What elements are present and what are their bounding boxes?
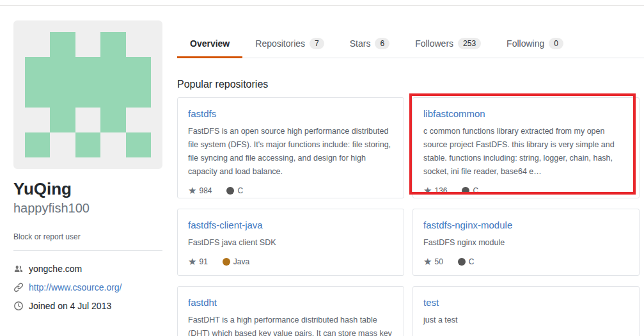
star-count: 50 bbox=[434, 257, 443, 266]
repo-link-fastdht[interactable]: fastdht bbox=[188, 297, 217, 308]
following-count-badge: 0 bbox=[549, 38, 563, 49]
language-label: C bbox=[473, 186, 478, 195]
tab-followers[interactable]: Followers 253 bbox=[402, 31, 494, 58]
repo-card-fastdfs-nginx-module: fastdfs-nginx-module FastDFS nginx modul… bbox=[412, 209, 640, 276]
repo-description: FastDFS java client SDK bbox=[188, 236, 393, 250]
repo-grid: fastdfs FastDFS is an open source high p… bbox=[177, 97, 644, 336]
tab-following[interactable]: Following 0 bbox=[494, 31, 576, 58]
profile-avatar[interactable] bbox=[13, 20, 162, 169]
website-link[interactable]: http://www.csource.org/ bbox=[29, 282, 122, 292]
profile-username: happyfish100 bbox=[13, 201, 162, 216]
star-count: 91 bbox=[199, 257, 207, 266]
repo-meta: ★ 136 C bbox=[423, 186, 629, 195]
repo-card-fastdht: fastdht FastDHT is a high performance di… bbox=[177, 286, 404, 336]
joined-row: Joined on 4 Jul 2013 bbox=[13, 301, 162, 311]
repositories-count-badge: 7 bbox=[310, 38, 324, 49]
repo-description: c common functions library extracted fro… bbox=[423, 125, 629, 179]
identicon-image bbox=[25, 32, 151, 157]
block-or-report-link[interactable]: Block or report user bbox=[13, 232, 162, 241]
language-dot bbox=[226, 187, 234, 195]
repo-link-fastdfs-client-java[interactable]: fastdfs-client-java bbox=[188, 220, 263, 230]
profile-sidebar: YuQing happyfish100 Block or report user… bbox=[13, 20, 162, 319]
organization-icon bbox=[13, 264, 24, 274]
language-label: C bbox=[469, 257, 475, 266]
language-label: C bbox=[237, 186, 243, 195]
tab-stars[interactable]: Stars 6 bbox=[337, 31, 402, 58]
repo-description: FastDFS nginx module bbox=[423, 236, 629, 250]
clock-icon bbox=[13, 301, 24, 311]
repo-description: FastDFS is an open source high performan… bbox=[188, 125, 393, 179]
header-bottom-border bbox=[0, 5, 644, 6]
main-content: Overview Repositories 7 Stars 6 Follower… bbox=[177, 31, 644, 336]
popular-repositories-heading: Popular repositories bbox=[177, 79, 644, 90]
joined-text: Joined on 4 Jul 2013 bbox=[29, 301, 111, 311]
repo-description: just a test bbox=[423, 314, 629, 327]
organization-row: yongche.com bbox=[13, 264, 162, 274]
star-icon: ★ bbox=[188, 186, 196, 195]
repo-meta: ★ 91 Java bbox=[188, 257, 393, 266]
tab-repositories[interactable]: Repositories 7 bbox=[242, 31, 337, 58]
star-icon: ★ bbox=[423, 257, 432, 266]
repo-card-fastdfs: fastdfs FastDFS is an open source high p… bbox=[177, 97, 404, 198]
star-icon: ★ bbox=[188, 257, 196, 266]
profile-name: YuQing bbox=[13, 179, 162, 199]
repo-meta: ★ 984 C bbox=[188, 186, 393, 195]
repo-meta: ★ 50 C bbox=[423, 257, 629, 266]
profile-tab-bar: Overview Repositories 7 Stars 6 Follower… bbox=[177, 31, 644, 58]
link-icon bbox=[13, 282, 24, 292]
repo-card-libfastcommon: libfastcommon c common functions library… bbox=[412, 97, 640, 198]
repo-description: FastDHT is a high performance distribute… bbox=[188, 314, 393, 336]
followers-count-badge: 253 bbox=[458, 38, 481, 49]
star-icon: ★ bbox=[423, 186, 432, 195]
repo-card-test: test just a test bbox=[412, 286, 640, 336]
stars-count-badge: 6 bbox=[375, 38, 389, 49]
repo-link-libfastcommon[interactable]: libfastcommon bbox=[423, 108, 485, 119]
repo-link-test[interactable]: test bbox=[423, 297, 439, 308]
website-row: http://www.csource.org/ bbox=[13, 282, 162, 292]
repo-link-fastdfs[interactable]: fastdfs bbox=[188, 108, 216, 119]
star-count: 136 bbox=[434, 186, 447, 195]
language-dot bbox=[458, 258, 466, 266]
language-label: Java bbox=[233, 257, 249, 266]
repo-card-fastdfs-client-java: fastdfs-client-java FastDFS java client … bbox=[177, 209, 404, 276]
star-count: 984 bbox=[199, 186, 212, 195]
language-dot bbox=[223, 258, 230, 266]
tab-overview[interactable]: Overview bbox=[177, 31, 242, 58]
organization-text: yongche.com bbox=[29, 264, 82, 274]
repo-link-fastdfs-nginx-module[interactable]: fastdfs-nginx-module bbox=[423, 220, 512, 230]
sidebar-divider bbox=[13, 250, 162, 251]
language-dot bbox=[462, 187, 469, 195]
